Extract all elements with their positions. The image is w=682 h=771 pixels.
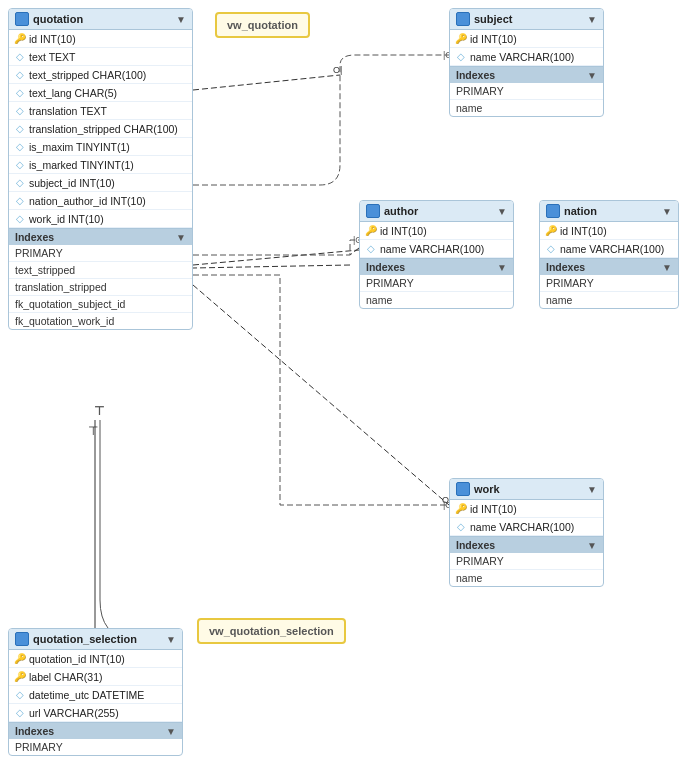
indexes-label: Indexes: [366, 261, 405, 273]
table-row: ◇ subject_id INT(10): [9, 174, 192, 192]
table-row: ◇ is_marked TINYINT(1): [9, 156, 192, 174]
canvas: O| O| ⊤ |O |> |> |O |> |O ⊤: [0, 0, 682, 771]
indexes-label: Indexes: [456, 539, 495, 551]
indexes-arrow-icon: ▼: [497, 262, 507, 273]
index-row: PRIMARY: [360, 275, 513, 292]
table-row: ◇ text_stripped CHAR(100): [9, 66, 192, 84]
table-work: work ▼ 🔑 id INT(10) ◇ name VARCHAR(100) …: [449, 478, 604, 587]
svg-text:⊤: ⊤: [94, 404, 104, 418]
indexes-label: Indexes: [15, 231, 54, 243]
indexes-header-quotation-selection: Indexes ▼: [9, 722, 182, 739]
indexes-arrow-icon: ▼: [662, 262, 672, 273]
table-row: 🔑 id INT(10): [450, 500, 603, 518]
indexes-arrow-icon: ▼: [587, 540, 597, 551]
svg-line-9: [193, 265, 350, 268]
key-icon: 🔑: [15, 654, 25, 664]
index-row: text_stripped: [9, 262, 192, 279]
table-quotation-selection-header: quotation_selection ▼: [9, 629, 182, 650]
field-text: id INT(10): [470, 503, 517, 515]
view-vw-quotation-label: vw_quotation: [227, 19, 298, 31]
svg-text:O|: O|: [333, 65, 342, 75]
table-subject-icon: [456, 12, 470, 26]
key-icon: 🔑: [15, 672, 25, 682]
field-text: name VARCHAR(100): [380, 243, 484, 255]
field-text: is_marked TINYINT(1): [29, 159, 134, 171]
key-icon: 🔑: [15, 34, 25, 44]
diamond-icon: ◇: [15, 124, 25, 134]
index-row: fk_quotation_subject_id: [9, 296, 192, 313]
index-row: name: [540, 292, 678, 308]
indexes-label: Indexes: [456, 69, 495, 81]
table-quotation-arrow: ▼: [176, 14, 186, 25]
table-quotation: quotation ▼ 🔑 id INT(10) ◇ text TEXT ◇ t…: [8, 8, 193, 330]
key-icon: 🔑: [366, 226, 376, 236]
table-subject-header: subject ▼: [450, 9, 603, 30]
table-nation-arrow: ▼: [662, 206, 672, 217]
field-text: translation TEXT: [29, 105, 107, 117]
table-author: author ▼ 🔑 id INT(10) ◇ name VARCHAR(100…: [359, 200, 514, 309]
table-work-name: work: [474, 483, 500, 495]
table-row: ◇ datetime_utc DATETIME: [9, 686, 182, 704]
table-row: ◇ name VARCHAR(100): [540, 240, 678, 258]
table-row: ◇ url VARCHAR(255): [9, 704, 182, 722]
svg-line-0: [193, 75, 340, 90]
diamond-icon: ◇: [15, 88, 25, 98]
index-row: fk_quotation_work_id: [9, 313, 192, 329]
indexes-header-quotation: Indexes ▼: [9, 228, 192, 245]
table-quotation-selection: quotation_selection ▼ 🔑 quotation_id INT…: [8, 628, 183, 756]
field-text: nation_author_id INT(10): [29, 195, 146, 207]
table-quotation-icon: [15, 12, 29, 26]
table-subject-name: subject: [474, 13, 513, 25]
key-icon: 🔑: [546, 226, 556, 236]
table-subject-arrow: ▼: [587, 14, 597, 25]
field-text: text TEXT: [29, 51, 76, 63]
index-row: PRIMARY: [450, 83, 603, 100]
svg-line-8: [350, 248, 359, 255]
field-text: quotation_id INT(10): [29, 653, 125, 665]
index-row: translation_stripped: [9, 279, 192, 296]
indexes-label: Indexes: [546, 261, 585, 273]
table-row: ◇ name VARCHAR(100): [450, 48, 603, 66]
table-quotation-name: quotation: [33, 13, 83, 25]
table-row: 🔑 id INT(10): [9, 30, 192, 48]
diamond-icon: ◇: [15, 690, 25, 700]
table-nation-header: nation ▼: [540, 201, 678, 222]
key-icon: 🔑: [456, 34, 466, 44]
table-row: ◇ work_id INT(10): [9, 210, 192, 228]
field-text: subject_id INT(10): [29, 177, 115, 189]
table-row: ◇ is_maxim TINYINT(1): [9, 138, 192, 156]
table-quotation-selection-name: quotation_selection: [33, 633, 137, 645]
indexes-arrow-icon: ▼: [176, 232, 186, 243]
table-row: 🔑 label CHAR(31): [9, 668, 182, 686]
table-nation: nation ▼ 🔑 id INT(10) ◇ name VARCHAR(100…: [539, 200, 679, 309]
table-work-header: work ▼: [450, 479, 603, 500]
table-author-name: author: [384, 205, 418, 217]
indexes-label: Indexes: [15, 725, 54, 737]
table-author-icon: [366, 204, 380, 218]
indexes-header-author: Indexes ▼: [360, 258, 513, 275]
table-quotation-selection-arrow: ▼: [166, 634, 176, 645]
field-text: id INT(10): [560, 225, 607, 237]
field-text: label CHAR(31): [29, 671, 103, 683]
key-icon: 🔑: [456, 504, 466, 514]
svg-text:⊤: ⊤: [88, 424, 98, 438]
diamond-icon: ◇: [456, 522, 466, 532]
table-quotation-header: quotation ▼: [9, 9, 192, 30]
diamond-icon: ◇: [366, 244, 376, 254]
index-row: name: [450, 100, 603, 116]
field-text: id INT(10): [470, 33, 517, 45]
index-row: name: [360, 292, 513, 308]
table-row: 🔑 id INT(10): [450, 30, 603, 48]
diamond-icon: ◇: [15, 708, 25, 718]
field-text: id INT(10): [29, 33, 76, 45]
table-row: 🔑 id INT(10): [540, 222, 678, 240]
diamond-icon: ◇: [15, 178, 25, 188]
index-row: PRIMARY: [540, 275, 678, 292]
table-row: ◇ name VARCHAR(100): [360, 240, 513, 258]
view-vw-quotation: vw_quotation: [215, 12, 310, 38]
index-row: name: [450, 570, 603, 586]
field-text: work_id INT(10): [29, 213, 104, 225]
svg-line-3: [193, 285, 449, 505]
field-text: datetime_utc DATETIME: [29, 689, 144, 701]
diamond-icon: ◇: [15, 70, 25, 80]
